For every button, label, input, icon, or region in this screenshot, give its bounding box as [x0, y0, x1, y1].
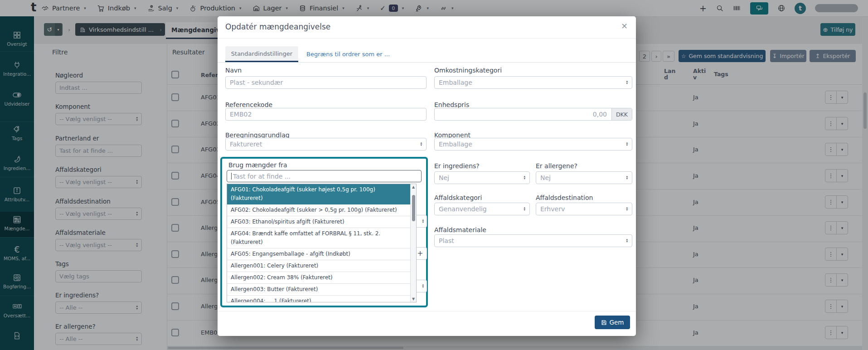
modal-title: Opdatér mængdeangivelse [225, 22, 330, 31]
dropdown-option[interactable]: Allergen002: Cream 38% (Faktureret) [227, 272, 410, 284]
brug-maengder-fra-label: Brug mængder fra [228, 161, 287, 169]
select-stepper-icon: ▴▾ [626, 207, 628, 212]
save-icon [601, 320, 607, 326]
dropdown-option[interactable]: AFG05: Engangsemballage - afgift (Indkøb… [227, 248, 410, 260]
save-button[interactable]: Gem [595, 316, 630, 329]
referencekode-label: Referencekode [225, 101, 272, 108]
komponent-select[interactable]: Emballage ▴▾ [434, 138, 632, 151]
affaldsmateriale-select[interactable]: Plast ▴▾ [434, 234, 632, 247]
update-quantity-modal: Opdatér mængdeangivelse × Standardindsti… [218, 16, 636, 336]
affaldsmateriale-label: Affaldsmateriale [434, 226, 486, 233]
enhedspris-label: Enhedspris [434, 101, 469, 108]
dropdown-option[interactable]: AFG03: Ethanol/spiritus afgift (Fakturer… [227, 216, 410, 228]
dropdown-option[interactable]: Allergen001: Celery (Faktureret) [227, 260, 410, 272]
scrollbar-thumb[interactable] [412, 195, 415, 221]
tab-standardindstillinger[interactable]: Standardindstillinger [225, 46, 298, 62]
er-ingrediens-select[interactable]: Nej ▴▾ [434, 171, 530, 184]
navn-label: Navn [225, 67, 242, 74]
scroll-up-icon[interactable]: ▲ [411, 185, 416, 189]
dropdown-scrollbar[interactable]: ▲ ▼ [410, 184, 416, 302]
tab-begraens-til-ordrer[interactable]: Begræns til ordrer som er ... [306, 46, 393, 62]
currency-suffix: DKK [611, 108, 632, 120]
select-stepper-icon: ▴▾ [626, 80, 628, 85]
app-screen: t Partnere ▾ Indkøb ▾ Salg ▾ [0, 0, 868, 350]
omkostningskategori-select[interactable]: Emballage ▴▾ [434, 76, 632, 89]
select-stepper-icon: ▴▾ [626, 175, 628, 180]
modal-divider [218, 38, 636, 39]
brug-maengder-fra-highlight: Brug mængder fra ▴▾ + ▴▾ Tast for at fin… [220, 157, 428, 307]
beregningsgrundlag-select[interactable]: Faktureret ▴▾ [225, 138, 427, 151]
text-cursor [231, 173, 232, 180]
omkostningskategori-label: Omkostningskategori [434, 67, 502, 74]
affaldsdestination-select[interactable]: Erhverv ▴▾ [536, 203, 632, 215]
select-stepper-icon: ▴▾ [524, 175, 525, 180]
tabs-divider [218, 62, 636, 63]
select-stepper-icon: ▴▾ [524, 207, 525, 212]
dropdown-option[interactable]: AFG04: Brændt kaffe omfattet af FORBRAL … [227, 228, 410, 248]
affaldsdestination-label: Affaldsdestination [536, 194, 593, 201]
brug-maengder-fra-search-input[interactable]: Tast for at finde ... [227, 170, 422, 182]
dropdown-option[interactable]: Allergen004: ... 1 (Faktureret) [227, 296, 410, 302]
select-stepper-icon: ▴▾ [626, 142, 628, 147]
er-allergene-label: Er allergene? [536, 162, 577, 170]
close-icon[interactable]: × [621, 21, 628, 30]
modal-footer-divider [218, 311, 636, 311]
scroll-down-icon[interactable]: ▼ [411, 297, 416, 301]
select-stepper-icon: ▴▾ [626, 238, 628, 243]
er-ingrediens-label: Er ingrediens? [434, 162, 480, 170]
select-stepper-icon: ▴▾ [420, 142, 422, 147]
dropdown-option[interactable]: AFG02: Chokoladeafgift (sukker > 0,5g pr… [227, 204, 410, 216]
affaldskategori-label: Affaldskategori [434, 194, 482, 201]
referencekode-input[interactable]: EMB02 [225, 108, 427, 121]
brug-maengder-fra-dropdown: AFG01: Chokoladeafgift (sukker højest 0,… [227, 184, 417, 302]
er-allergene-select[interactable]: Nej ▴▾ [536, 171, 632, 184]
affaldskategori-select[interactable]: Genanvendelig ▴▾ [434, 203, 530, 215]
dropdown-option[interactable]: Allergen003: Butter (Faktureret) [227, 284, 410, 296]
navn-input[interactable]: Plast - sekundær [225, 76, 427, 89]
enhedspris-input[interactable]: 0,00 DKK [434, 108, 632, 121]
dropdown-option[interactable]: AFG01: Chokoladeafgift (sukker højest 0,… [227, 184, 410, 204]
